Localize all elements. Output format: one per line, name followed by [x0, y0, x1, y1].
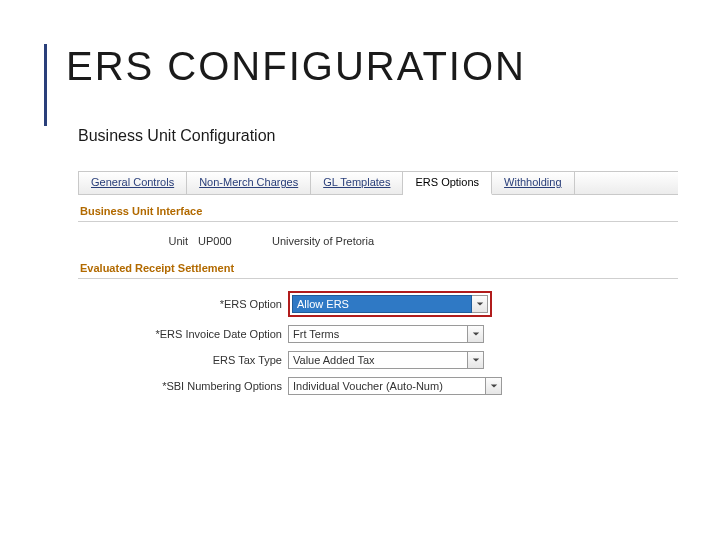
- ers-invoice-date-select[interactable]: Frt Terms: [288, 325, 468, 343]
- section-heading-evaluated-receipt-settlement: Evaluated Receipt Settlement: [78, 252, 678, 279]
- tab-ers-options[interactable]: ERS Options: [403, 172, 492, 195]
- ers-invoice-date-label: *ERS Invoice Date Option: [78, 328, 288, 340]
- tab-filler: [575, 172, 678, 194]
- ers-invoice-date-row: *ERS Invoice Date Option Frt Terms: [78, 321, 678, 347]
- title-accent-rule: [44, 44, 47, 126]
- tab-withholding[interactable]: Withholding: [492, 172, 574, 194]
- chevron-down-icon: [472, 330, 480, 338]
- sbi-numbering-select[interactable]: Individual Voucher (Auto-Num): [288, 377, 486, 395]
- config-panel: General Controls Non-Merch Charges GL Te…: [78, 171, 678, 399]
- section-heading-business-unit-interface: Business Unit Interface: [78, 195, 678, 222]
- sbi-numbering-chevron[interactable]: [486, 377, 502, 395]
- ers-tax-type-label: ERS Tax Type: [78, 354, 288, 366]
- tab-non-merch-charges[interactable]: Non-Merch Charges: [187, 172, 311, 194]
- unit-label: Unit: [78, 235, 194, 247]
- ers-invoice-date-chevron[interactable]: [468, 325, 484, 343]
- ers-option-select[interactable]: Allow ERS: [292, 295, 472, 313]
- ers-option-label: *ERS Option: [78, 298, 288, 310]
- tab-general-controls[interactable]: General Controls: [78, 172, 187, 194]
- ers-option-row: *ERS Option Allow ERS: [78, 287, 678, 321]
- unit-code: UP000: [194, 234, 246, 248]
- sbi-numbering-row: *SBI Numbering Options Individual Vouche…: [78, 373, 678, 399]
- chevron-down-icon: [476, 300, 484, 308]
- ers-tax-type-row: ERS Tax Type Value Added Tax: [78, 347, 678, 373]
- ers-option-highlight: Allow ERS: [288, 291, 492, 317]
- page-title: ERS CONFIGURATION: [66, 44, 680, 89]
- chevron-down-icon: [490, 382, 498, 390]
- tab-bar: General Controls Non-Merch Charges GL Te…: [78, 171, 678, 195]
- ers-tax-type-chevron[interactable]: [468, 351, 484, 369]
- page-subtitle: Business Unit Configuration: [78, 127, 680, 145]
- chevron-down-icon: [472, 356, 480, 364]
- tab-gl-templates[interactable]: GL Templates: [311, 172, 403, 194]
- ers-tax-type-select[interactable]: Value Added Tax: [288, 351, 468, 369]
- unit-name: University of Pretoria: [246, 235, 374, 247]
- sbi-numbering-label: *SBI Numbering Options: [78, 380, 288, 392]
- ers-option-chevron[interactable]: [472, 295, 488, 313]
- unit-row: Unit UP000 University of Pretoria: [78, 230, 678, 252]
